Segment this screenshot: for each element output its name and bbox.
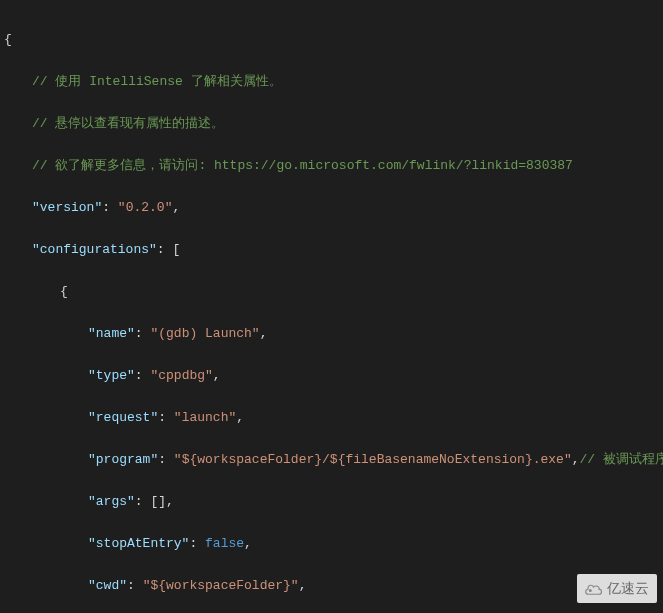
json-string: "${workspaceFolder}" [143, 578, 299, 593]
json-key: "cwd" [88, 578, 127, 593]
code-editor[interactable]: { // 使用 IntelliSense 了解相关属性。 // 悬停以查看现有属… [0, 0, 663, 613]
brace-open: { [4, 32, 12, 47]
json-key: "version" [32, 200, 102, 215]
json-string: "(gdb) Launch" [150, 326, 259, 341]
json-key: "type" [88, 368, 135, 383]
json-false: false [205, 536, 244, 551]
inline-comment: // 被调试程序 [580, 452, 663, 467]
comment-line: // 悬停以查看现有属性的描述。 [32, 116, 224, 131]
watermark-text: 亿速云 [607, 578, 649, 599]
json-key: "name" [88, 326, 135, 341]
json-string: "${workspaceFolder}/${fileBasenameNoExte… [174, 452, 572, 467]
watermark-badge: 亿速云 [577, 574, 657, 603]
json-key: "configurations" [32, 242, 157, 257]
cloud-icon [585, 582, 603, 596]
comment-line: // 使用 IntelliSense 了解相关属性。 [32, 74, 282, 89]
json-key: "stopAtEntry" [88, 536, 189, 551]
json-key: "args" [88, 494, 135, 509]
json-string: "cppdbg" [150, 368, 212, 383]
json-key: "request" [88, 410, 158, 425]
json-string: "launch" [174, 410, 236, 425]
json-string: "0.2.0" [118, 200, 173, 215]
json-key: "program" [88, 452, 158, 467]
comment-line: // 欲了解更多信息，请访问: https://go.microsoft.com… [32, 158, 573, 173]
svg-point-0 [589, 589, 592, 592]
